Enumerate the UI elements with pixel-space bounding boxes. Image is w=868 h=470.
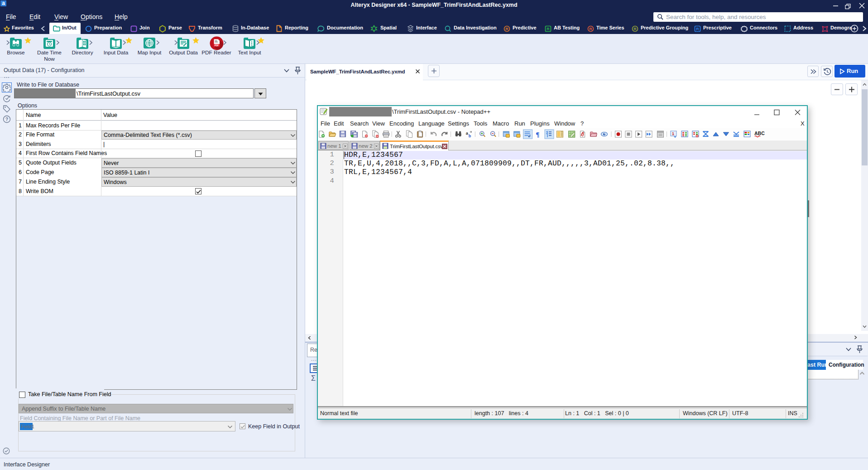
svg-text:R: R <box>633 27 637 31</box>
svg-text:R: R <box>696 27 699 31</box>
svg-text:R: R <box>547 27 550 31</box>
svg-text:R: R <box>589 27 592 31</box>
svg-text:1: 1 <box>672 131 674 136</box>
svg-text:¶: ¶ <box>536 131 539 138</box>
svg-text:ABC: ABC <box>754 131 765 136</box>
svg-text:b: b <box>469 134 471 138</box>
svg-text:PDF: PDF <box>215 44 219 47</box>
svg-text:?: ? <box>5 117 8 122</box>
svg-text:R: R <box>505 27 508 31</box>
